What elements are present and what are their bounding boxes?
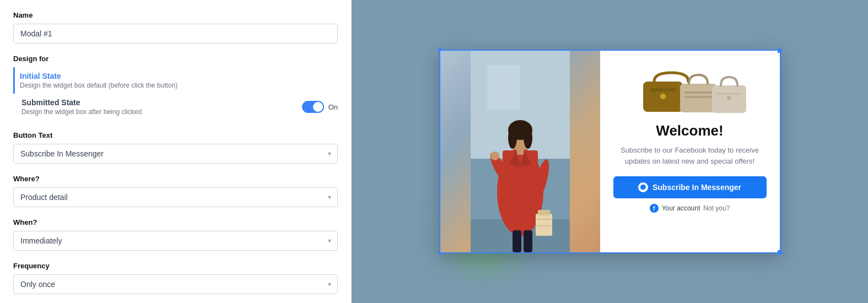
when-wrapper: Immediately ▾ — [13, 231, 338, 251]
svg-point-11 — [508, 127, 517, 149]
button-text-label: Button Text — [13, 131, 338, 139]
not-you-text: Not you? — [703, 204, 730, 212]
svg-rect-18 — [538, 210, 550, 215]
frequency-select[interactable]: Only once — [13, 274, 338, 294]
modal-preview: Welcome! Subscribe to our Facebook today… — [439, 50, 781, 253]
design-for-initial-state[interactable]: Initial State Design the widget box defa… — [13, 67, 338, 94]
frequency-group: Frequency Only once ▾ — [13, 262, 338, 294]
initial-state-title: Initial State — [20, 72, 338, 80]
modal-welcome-text: Welcome! — [656, 122, 723, 139]
initial-state-desc: Design the widget box default (before cl… — [20, 82, 338, 89]
svg-rect-27 — [684, 91, 712, 94]
button-text-select[interactable]: Subscribe In Messenger — [13, 144, 338, 164]
modal-left-image — [440, 51, 600, 252]
frequency-label: Frequency — [13, 262, 338, 270]
svg-point-12 — [524, 127, 532, 149]
toggle-row: On — [302, 101, 338, 113]
messenger-svg — [640, 184, 646, 191]
submitted-state-toggle[interactable] — [302, 101, 324, 113]
svg-rect-22 — [524, 230, 532, 252]
left-panel: Name Design for Initial State Design the… — [0, 0, 352, 303]
handbags-image — [640, 66, 740, 116]
handbags-svg — [640, 66, 751, 116]
name-input[interactable] — [13, 24, 338, 44]
frequency-wrapper: Only once ▾ — [13, 274, 338, 294]
svg-rect-21 — [513, 230, 521, 252]
messenger-icon — [638, 182, 648, 192]
subscribe-button[interactable]: Subscribe In Messenger — [613, 176, 767, 198]
svg-point-30 — [727, 96, 731, 100]
svg-rect-3 — [487, 65, 520, 109]
when-label: When? — [13, 218, 338, 226]
svg-point-16 — [490, 152, 499, 160]
svg-rect-13 — [517, 149, 524, 155]
right-panel: Welcome! Subscribe to our Facebook today… — [352, 0, 868, 303]
fashion-image — [440, 51, 600, 252]
modal-right-content: Welcome! Subscribe to our Facebook today… — [600, 51, 780, 252]
svg-rect-28 — [684, 96, 712, 98]
design-for-submitted-state[interactable]: Submitted State Design the widget box af… — [13, 94, 338, 120]
where-group: Where? Product detail ▾ — [13, 175, 338, 207]
design-for-label: Design for — [13, 55, 338, 63]
button-text-wrapper: Subscribe In Messenger ▾ — [13, 144, 338, 164]
resize-handle-tr[interactable] — [778, 48, 782, 53]
submitted-state-desc: Design the widget box after being clicke… — [21, 108, 302, 116]
woman-figure-svg — [471, 51, 570, 252]
where-label: Where? — [13, 175, 338, 183]
account-row: f Your account Not you? — [650, 204, 730, 213]
when-select[interactable]: Immediately — [13, 231, 338, 251]
toggle-label: On — [328, 103, 338, 111]
name-label: Name — [13, 11, 338, 19]
where-wrapper: Product detail ▾ — [13, 187, 338, 207]
account-text: Your account — [662, 204, 700, 212]
submitted-state-title: Submitted State — [21, 98, 302, 107]
subscribe-btn-label: Subscribe In Messenger — [653, 183, 741, 192]
resize-handle-br[interactable] — [778, 250, 782, 255]
svg-point-25 — [660, 94, 666, 99]
when-group: When? Immediately ▾ — [13, 218, 338, 251]
svg-rect-17 — [536, 214, 552, 236]
where-select[interactable]: Product detail — [13, 187, 338, 207]
fb-icon: f — [650, 204, 659, 213]
design-for-section: Design for Initial State Design the widg… — [13, 55, 338, 120]
modal-desc-text: Subscribe to our Facebook today to recei… — [613, 145, 767, 166]
button-text-group: Button Text Subscribe In Messenger ▾ — [13, 131, 338, 164]
svg-rect-24 — [650, 88, 676, 91]
name-field-group: Name — [13, 11, 338, 44]
